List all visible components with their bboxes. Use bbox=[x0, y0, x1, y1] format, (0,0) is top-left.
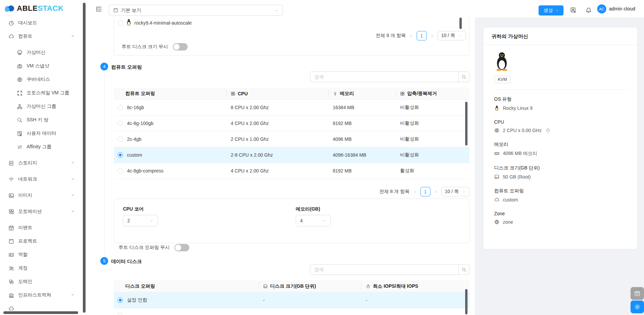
chevron-down-icon bbox=[71, 209, 75, 213]
total-items: 전체 9 개 항목 bbox=[376, 33, 406, 39]
offering-dedup: 비활성화 bbox=[396, 136, 470, 142]
sidebar-item-compute[interactable]: 컴퓨트 bbox=[0, 30, 83, 43]
next-page-icon[interactable] bbox=[434, 190, 438, 194]
sidebar-item-network[interactable]: 네트워크 bbox=[0, 172, 83, 186]
sidebar-item-dashboard[interactable]: 대시보드 bbox=[0, 16, 83, 30]
help-icon[interactable] bbox=[546, 128, 550, 133]
sidebar-item-project[interactable]: 프로젝트 bbox=[0, 234, 83, 248]
sidebar-item-label: 역할 bbox=[18, 252, 28, 258]
radio[interactable] bbox=[118, 105, 123, 110]
kubernetes-icon bbox=[17, 77, 23, 83]
root-disk-size-toggle-label: 루트 디스크 크기 무시 bbox=[122, 44, 168, 50]
notification-bell-icon[interactable] bbox=[585, 7, 592, 13]
disk-table-scrollbar[interactable] bbox=[465, 289, 468, 314]
compute-offering-row-2c-4gb[interactable]: 2c-4gb2 CPU x 1.00 Ghz4096 MB비활성화 bbox=[114, 131, 470, 147]
memory-column-icon bbox=[333, 91, 337, 96]
table-row-partial[interactable] bbox=[114, 308, 470, 315]
sidebar-item-automation[interactable]: 오토메이션 bbox=[0, 205, 83, 218]
sidebar-item-autoscale-vm-group[interactable]: 오토스케일 VM 그룹 bbox=[0, 86, 83, 100]
create-button[interactable]: 생성 bbox=[539, 5, 564, 15]
sidebar-item-label: 쿠버네티스 bbox=[27, 76, 50, 83]
offering-dedup: 활성화 bbox=[396, 168, 470, 174]
page: ABLESTACK 대시보드컴퓨트가상머신VM 스냅샷쿠버네티스오토스케일 VM… bbox=[0, 0, 644, 315]
root-disk-offering-toggle[interactable] bbox=[174, 244, 189, 251]
event-icon bbox=[8, 225, 14, 231]
sidebar-item-domain[interactable]: 도메인 bbox=[0, 275, 83, 288]
step-5-title: 데이터 디스크 bbox=[111, 258, 142, 265]
radio[interactable] bbox=[118, 313, 123, 315]
sidebar-vertical-scrollbar[interactable] bbox=[83, 3, 86, 313]
radio[interactable] bbox=[118, 121, 123, 126]
disk-search bbox=[310, 264, 470, 275]
prev-page-icon[interactable] bbox=[413, 190, 417, 194]
template-row[interactable]: rocky9.4-minimal-autoscale bbox=[114, 18, 469, 27]
event-shortcut-button[interactable] bbox=[631, 287, 644, 300]
compute-search-input[interactable] bbox=[310, 72, 458, 82]
page-size-select[interactable]: 10 / 쪽 bbox=[441, 187, 470, 196]
sidebar-item-infrastructure[interactable]: 인프라스트럭쳐 bbox=[0, 288, 83, 302]
sidebar-item-vm[interactable]: 가상머신 bbox=[0, 46, 83, 59]
sidebar-item-affinity-group[interactable]: Affinity 그룹 bbox=[0, 140, 83, 154]
total-items: 전체 8 개 항목 bbox=[379, 189, 409, 195]
summary-field-label: 디스크 크기(GB 단위) bbox=[494, 165, 629, 171]
sidebar-item-event[interactable]: 이벤트 bbox=[0, 221, 83, 234]
chevron-down-icon bbox=[71, 161, 75, 165]
template-radio[interactable] bbox=[118, 20, 123, 26]
sidebar-item-image[interactable]: 이미지 bbox=[0, 189, 83, 202]
search-icon[interactable] bbox=[458, 264, 469, 275]
sidebar-item-ssh-key-pair[interactable]: SSH 키 쌍 bbox=[0, 113, 83, 127]
sidebar-item-kubernetes[interactable]: 쿠버네티스 bbox=[0, 73, 83, 86]
cpu-cores-select[interactable]: 2 bbox=[123, 215, 158, 226]
page-number[interactable]: 1 bbox=[420, 187, 430, 196]
disk-search-input[interactable] bbox=[310, 264, 458, 275]
radio[interactable] bbox=[118, 152, 123, 158]
step-4-title: 컴퓨트 오퍼링 bbox=[111, 64, 142, 70]
sidebar-item-user-data[interactable]: 사용자 데이터 bbox=[0, 127, 83, 140]
compute-offering-row-custom[interactable]: custom2-8 CPU x 2.00 Ghz4096-16384 MB비활성… bbox=[114, 147, 470, 163]
sidebar-item-account[interactable]: 계정 bbox=[0, 261, 83, 275]
page-size-select[interactable]: 10 / 쪽 bbox=[438, 31, 466, 40]
avatar[interactable]: AC bbox=[597, 4, 606, 13]
topbar: 기본 보기 생성 AC admin cloud bbox=[83, 0, 644, 18]
compute-table-scrollbar[interactable] bbox=[465, 102, 468, 146]
cpu-cores-label: CPU 코어 bbox=[123, 206, 143, 212]
view-select[interactable]: 기본 보기 bbox=[109, 5, 283, 16]
search-icon[interactable] bbox=[458, 72, 469, 82]
page-number[interactable]: 1 bbox=[417, 31, 427, 40]
disk-iops: - bbox=[361, 297, 470, 303]
radio[interactable] bbox=[118, 297, 123, 303]
sidebar-item-vm-group[interactable]: 가상머신 그룹 bbox=[0, 100, 83, 113]
hypervisor-badge: KVM bbox=[494, 76, 511, 83]
chevron-down-icon bbox=[150, 219, 154, 223]
sidebar-item-label: 스토리지 bbox=[18, 160, 37, 166]
summary-field-value: Rocky Linux 9 bbox=[494, 105, 629, 111]
brand-logo[interactable]: ABLESTACK bbox=[0, 0, 83, 16]
compute-offering-row-4c-8g-100gb[interactable]: 4c-8g-100gb4 CPU x 2.00 Ghz8192 MB비활성화 bbox=[114, 116, 470, 131]
sidebar-item-storage[interactable]: 스토리지 bbox=[0, 156, 83, 170]
sidebar-horizontal-scrollbar[interactable] bbox=[3, 311, 78, 314]
penguin-icon bbox=[126, 19, 132, 27]
cpu-column-icon bbox=[231, 91, 235, 96]
radio[interactable] bbox=[118, 168, 123, 174]
settings-gear-button[interactable] bbox=[631, 301, 644, 313]
compute-offering-row-8c-16gb[interactable]: 8c-16gb8 CPU x 2.00 Ghz16384 MB비활성화 bbox=[114, 100, 470, 116]
language-icon[interactable] bbox=[570, 7, 577, 13]
summary-field-value: 4096 MB 메모리 bbox=[494, 151, 629, 157]
offering-dedup: 비활성화 bbox=[396, 120, 470, 126]
next-page-icon[interactable] bbox=[430, 34, 434, 38]
username[interactable]: admin cloud bbox=[609, 6, 635, 11]
memory-gb-select[interactable]: 4 bbox=[296, 215, 331, 226]
radio[interactable] bbox=[118, 136, 123, 142]
cloud-icon bbox=[494, 197, 500, 202]
menu-fold-icon[interactable] bbox=[95, 6, 102, 12]
template-list-scrollbar[interactable] bbox=[459, 18, 462, 29]
disk-offering-name: 설정 안함 bbox=[127, 297, 147, 303]
sidebar-item-role[interactable]: 역할 bbox=[0, 248, 83, 261]
compute-offering-row-4c-8gb-compress[interactable]: 4c-8gb-compress4 CPU x 2.00 Ghz8192 MB활성… bbox=[114, 163, 470, 179]
prev-page-icon[interactable] bbox=[409, 34, 413, 38]
sidebar-item-vm-snapshot[interactable]: VM 스냅샷 bbox=[0, 59, 83, 73]
compute-table-header: 컴퓨트 오퍼링 CPU 메모리 압축/중복제거 bbox=[114, 88, 470, 100]
root-disk-size-toggle[interactable] bbox=[173, 43, 188, 51]
chevron-down-icon bbox=[71, 293, 75, 297]
disk-offering-row[interactable]: 설정 안함-- bbox=[114, 292, 470, 308]
